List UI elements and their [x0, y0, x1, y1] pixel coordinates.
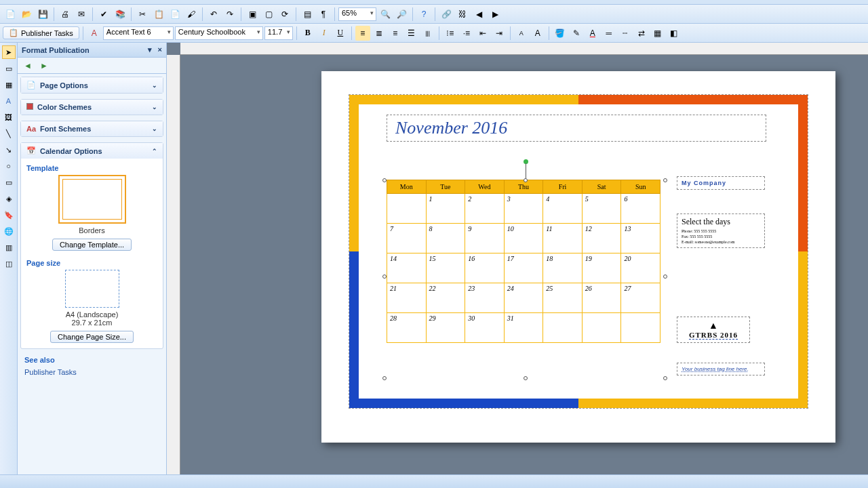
calendar-cell[interactable]: 10 [504, 224, 543, 253]
paste-icon[interactable]: 📄 [167, 7, 182, 22]
calendar-cell[interactable]: 5 [582, 194, 621, 224]
company-name-box[interactable]: My Company [677, 176, 765, 190]
wordart-icon[interactable]: A [2, 94, 16, 108]
calendar-cell[interactable]: 14 [387, 253, 427, 283]
calendar-cell[interactable] [387, 194, 427, 224]
rotate-icon[interactable]: ⟳ [277, 7, 292, 22]
pointer-icon[interactable]: ➤ [2, 45, 16, 59]
selection-handle[interactable] [663, 274, 667, 279]
calendar-cell[interactable]: 21 [387, 283, 427, 313]
line-icon[interactable]: ╲ [2, 127, 16, 140]
change-template-button[interactable]: Change Template... [52, 239, 132, 251]
cut-icon[interactable]: ✂ [135, 7, 150, 22]
textbox-icon[interactable]: ▭ [2, 62, 16, 75]
redo-icon[interactable]: ↷ [222, 7, 237, 22]
design-gallery-icon[interactable]: ▥ [2, 241, 16, 254]
mail-icon[interactable]: ✉ [74, 7, 89, 22]
publication-page[interactable]: November 2016 MonTueWedThuFriSatSun 1234… [321, 71, 835, 443]
calendar-cell[interactable]: 8 [426, 224, 465, 253]
bold-button[interactable]: B [300, 26, 315, 41]
template-thumbnail[interactable] [58, 175, 126, 224]
justify-icon[interactable]: ☰ [404, 26, 419, 41]
dec-indent-icon[interactable]: ⇤ [475, 26, 490, 41]
calendar-cell[interactable]: 26 [582, 283, 621, 313]
format-painter-icon[interactable]: 🖌 [184, 7, 199, 22]
style-combo[interactable]: Accent Text 6 [103, 26, 174, 40]
numbering-icon[interactable]: ⁝≡ [443, 26, 458, 41]
new-icon[interactable]: 📄 [3, 7, 18, 22]
underline-button[interactable]: U [333, 26, 348, 41]
distribute-icon[interactable]: ⫼ [420, 26, 435, 41]
undo-icon[interactable]: ↶ [206, 7, 221, 22]
send-back-icon[interactable]: ▢ [261, 7, 276, 22]
break-link-icon[interactable]: ⛓ [455, 7, 470, 22]
selection-handle[interactable] [663, 178, 667, 182]
open-icon[interactable]: 📂 [19, 7, 34, 22]
calendar-cell[interactable]: 25 [543, 283, 583, 313]
webtools-icon[interactable]: 🌐 [2, 224, 16, 238]
special-chars-icon[interactable]: ¶ [316, 7, 331, 22]
inc-indent-icon[interactable]: ⇥ [492, 26, 507, 41]
calendar-cell[interactable]: 9 [465, 224, 505, 253]
print-icon[interactable]: 🖨 [58, 7, 73, 22]
canvas[interactable]: November 2016 MonTueWedThuFriSatSun 1234… [167, 43, 868, 474]
zoom-out-icon[interactable]: 🔍 [378, 7, 393, 22]
calendar-cell[interactable]: 2 [465, 194, 505, 224]
calendar-cell[interactable]: 17 [504, 253, 543, 283]
zoom-in-icon[interactable]: 🔎 [394, 7, 409, 22]
calendar-cell[interactable] [621, 313, 660, 343]
calendar-cell[interactable]: 31 [504, 313, 543, 343]
calendar-cell[interactable]: 7 [387, 224, 427, 253]
selection-handle[interactable] [524, 376, 528, 380]
zoom-combo[interactable]: 65% [338, 7, 376, 21]
italic-button[interactable]: I [317, 26, 332, 41]
columns-icon[interactable]: ▤ [300, 7, 315, 22]
change-pagesize-button[interactable]: Change Page Size... [50, 331, 134, 343]
font-combo[interactable]: Century Schoolbook [175, 26, 263, 40]
tagline-box[interactable]: Your business tag line here. [677, 363, 765, 375]
calendar-cell[interactable] [543, 313, 583, 343]
calendar-cell[interactable]: 24 [504, 283, 543, 313]
arrow-icon[interactable]: ↘ [2, 143, 16, 157]
taskpane-menu-icon[interactable]: ▾ [148, 45, 152, 54]
pagesize-thumbnail[interactable] [65, 270, 119, 308]
bullets-icon[interactable]: ∙≡ [459, 26, 474, 41]
align-right-icon[interactable]: ≡ [388, 26, 403, 41]
publisher-tasks-button[interactable]: 📋 Publisher Tasks [3, 26, 79, 39]
styles-icon[interactable]: A [87, 26, 102, 41]
calendar-options-header[interactable]: 📅 Calendar Options ⌃ [21, 143, 163, 159]
research-icon[interactable]: 📚 [113, 7, 127, 22]
font-color-icon[interactable]: A [585, 26, 600, 41]
prev-textbox-icon[interactable]: ◀ [471, 7, 486, 22]
selection-handle[interactable] [382, 274, 387, 279]
calendar-cell[interactable]: 19 [582, 253, 621, 283]
next-textbox-icon[interactable]: ▶ [488, 7, 502, 22]
link-icon[interactable]: 🔗 [439, 7, 454, 22]
shadow-icon[interactable]: ▦ [650, 26, 665, 41]
calendar-cell[interactable]: 20 [621, 253, 660, 283]
selection-handle[interactable] [382, 376, 387, 380]
calendar-cell[interactable]: 16 [465, 253, 505, 283]
autoshapes-icon[interactable]: ◈ [2, 192, 16, 205]
arrow-style-icon[interactable]: ⇄ [634, 26, 649, 41]
dash-style-icon[interactable]: ┄ [618, 26, 633, 41]
3d-icon[interactable]: ◧ [667, 26, 682, 41]
calendar-cell[interactable]: 29 [426, 313, 465, 343]
help-icon[interactable]: ? [416, 7, 431, 22]
align-left-icon[interactable]: ≡ [355, 26, 370, 41]
selection-handle[interactable] [663, 376, 667, 380]
copy-icon[interactable]: 📋 [151, 7, 166, 22]
save-icon[interactable]: 💾 [35, 7, 50, 22]
selection-handle[interactable] [524, 178, 528, 182]
calendar-cell[interactable]: 3 [504, 194, 543, 224]
line-color-icon[interactable]: ✎ [569, 26, 584, 41]
item-icon[interactable]: ◫ [2, 257, 16, 270]
bring-front-icon[interactable]: ▣ [245, 7, 260, 22]
bookmark-icon[interactable]: 🔖 [2, 208, 16, 222]
calendar-cell[interactable]: 11 [543, 224, 583, 253]
calendar-cell[interactable]: 30 [465, 313, 505, 343]
calendar-cell[interactable]: 23 [465, 283, 505, 313]
oval-icon[interactable]: ○ [2, 159, 16, 173]
calendar-table[interactable]: MonTueWedThuFriSatSun 123456789101112131… [387, 180, 660, 343]
picture-icon[interactable]: 🖼 [2, 110, 16, 124]
